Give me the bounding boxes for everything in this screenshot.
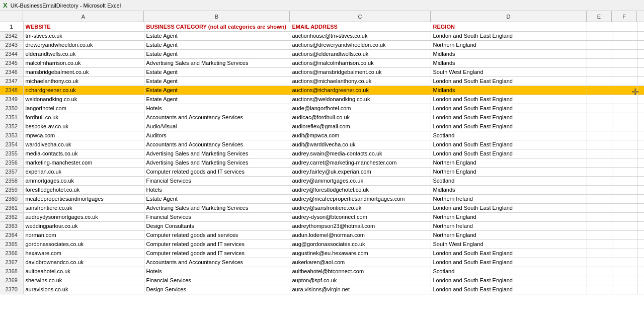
- cell-region[interactable]: London and South East England: [431, 285, 587, 294]
- cell-region[interactable]: London and South East England: [431, 122, 587, 131]
- cell-region[interactable]: Midlands: [431, 185, 587, 194]
- col-header-e[interactable]: E: [587, 11, 612, 22]
- cell-email[interactable]: aude@langorfhotel.com: [290, 104, 431, 113]
- table-row[interactable]: 2361sansfrontiere.co.ukAdvertising Sales…: [0, 203, 644, 212]
- cell-email[interactable]: audrey@ammortgages.co.uk: [290, 176, 431, 185]
- cell-email[interactable]: auctions@richardgreener.co.uk: [290, 86, 431, 95]
- table-row[interactable]: 2354warddivecha.co.ukAccountants and Acc…: [0, 140, 644, 149]
- cell-email[interactable]: audrey.fairley@uk.experian.com: [290, 167, 431, 176]
- cell-website[interactable]: auravisions.co.uk: [23, 285, 144, 294]
- cell-region[interactable]: London and South East England: [431, 113, 587, 122]
- cell-email[interactable]: auctions@mansbridgebalment.co.uk: [290, 67, 431, 76]
- cell-email[interactable]: audrey@forestlodgehotel.co.uk: [290, 185, 431, 194]
- cell-email[interactable]: augustinek@eu.hexaware.com: [290, 249, 431, 258]
- cell-category[interactable]: Design Services: [144, 285, 290, 294]
- cell-website[interactable]: warddivecha.co.uk: [23, 140, 144, 149]
- cell-category[interactable]: Hotels: [144, 267, 290, 276]
- table-row[interactable]: 2351fordbull.co.ukAccountants and Accoun…: [0, 113, 644, 122]
- table-row[interactable]: 2360mcafeepropertiesandmortgagesEstate A…: [0, 194, 644, 203]
- cell-category[interactable]: Estate Agent: [144, 40, 290, 49]
- cell-category[interactable]: Estate Agent: [144, 95, 290, 104]
- cell-website[interactable]: dreweryandwheeldon.co.uk: [23, 40, 144, 49]
- cell-category[interactable]: Advertising Sales and Marketing Services: [144, 203, 290, 212]
- cell-website[interactable]: fordbull.co.uk: [23, 113, 144, 122]
- cell-website[interactable]: mpwca.com: [23, 131, 144, 140]
- col-header-g[interactable]: G: [637, 11, 644, 22]
- cell-region[interactable]: Northern England: [431, 40, 587, 49]
- cell-email[interactable]: audrey.swain@media-contacts.co.uk: [290, 149, 431, 158]
- table-row[interactable]: 2362audreydysonmortgages.co.ukFinancial …: [0, 212, 644, 221]
- cell-website[interactable]: elderandtwells.co.uk: [23, 49, 144, 58]
- cell-email[interactable]: audicac@fordbull.co.uk: [290, 113, 431, 122]
- table-row[interactable]: 2355media-contacts.co.ukAdvertising Sale…: [0, 149, 644, 158]
- cell-email[interactable]: audit@warddivecha.co.uk: [290, 140, 431, 149]
- cell-category[interactable]: Estate Agent: [144, 86, 290, 95]
- cell-region[interactable]: London and South East England: [431, 149, 587, 158]
- cell-category[interactable]: Advertising Sales and Marketing Services: [144, 58, 290, 67]
- cell-email[interactable]: audrey@sansfrontiere.co.uk: [290, 203, 431, 212]
- cell-category[interactable]: Computer related goods and services: [144, 230, 290, 239]
- cell-region[interactable]: London and South East England: [431, 76, 587, 86]
- cell-website[interactable]: weldonandking.co.uk: [23, 95, 144, 104]
- cell-email[interactable]: auctions@elderandtwells.co.uk: [290, 49, 431, 58]
- cell-category[interactable]: Financial Services: [144, 176, 290, 185]
- col-header-a[interactable]: A: [23, 11, 144, 22]
- cell-category[interactable]: Estate Agent: [144, 76, 290, 86]
- cell-email[interactable]: audit@mpwca.com: [290, 131, 431, 140]
- cell-website[interactable]: michaelanthony.co.uk: [23, 76, 144, 86]
- cell-website[interactable]: mcafeepropertiesandmortgages: [23, 194, 144, 203]
- cell-website[interactable]: hexaware.com: [23, 249, 144, 258]
- cell-website[interactable]: aultbeahotel.co.uk: [23, 267, 144, 276]
- table-row[interactable]: 2366hexaware.comComputer related goods a…: [0, 249, 644, 258]
- table-row[interactable]: 2364norman.comComputer related goods and…: [0, 230, 644, 239]
- cell-category[interactable]: Auditors: [144, 131, 290, 140]
- cell-email[interactable]: audreythompson23@hotmail.com: [290, 221, 431, 230]
- table-row[interactable]: 2353mpwca.comAuditorsaudit@mpwca.comScot…: [0, 131, 644, 140]
- cell-category[interactable]: Estate Agent: [144, 194, 290, 203]
- cell-category[interactable]: Financial Services: [144, 212, 290, 221]
- cell-email[interactable]: audioreflex@gmail.com: [290, 122, 431, 131]
- cell-category[interactable]: Advertising Sales and Marketing Services: [144, 149, 290, 158]
- cell-category[interactable]: Estate Agent: [144, 49, 290, 58]
- table-row[interactable]: 2369sherwins.co.ukFinancial Servicesaupt…: [0, 276, 644, 285]
- cell-region[interactable]: London and South East England: [431, 203, 587, 212]
- table-row[interactable]: 2359forestlodgehotel.co.ukHotelsaudrey@f…: [0, 185, 644, 194]
- cell-region[interactable]: Scotland: [431, 176, 587, 185]
- col-header-b[interactable]: B: [144, 11, 290, 22]
- cell-category[interactable]: Advertising Sales and Marketing Services: [144, 158, 290, 167]
- cell-website[interactable]: audreydysonmortgages.co.uk: [23, 212, 144, 221]
- cell-category[interactable]: Design Consultants: [144, 221, 290, 230]
- cell-region[interactable]: Northern England: [431, 167, 587, 176]
- cell-website[interactable]: marketing-manchester.com: [23, 158, 144, 167]
- table-row[interactable]: 2342tm-stives.co.ukEstate Agentauctionho…: [0, 31, 644, 40]
- cell-website[interactable]: langorfhotel.com: [23, 104, 144, 113]
- table-row[interactable]: 2363weddingparlour.co.ukDesign Consultan…: [0, 221, 644, 230]
- cell-email[interactable]: aultbeahotel@btconnect.com: [290, 267, 431, 276]
- cell-website[interactable]: sherwins.co.uk: [23, 276, 144, 285]
- cell-website[interactable]: experian.co.uk: [23, 167, 144, 176]
- cell-category[interactable]: Computer related goods and IT services: [144, 167, 290, 176]
- cell-region[interactable]: Northern Ireland: [431, 221, 587, 230]
- cell-website[interactable]: ammortgages.co.uk: [23, 176, 144, 185]
- cell-website[interactable]: weddingparlour.co.uk: [23, 221, 144, 230]
- cell-category[interactable]: Computer related goods and IT services: [144, 249, 290, 258]
- table-row[interactable]: 2347michaelanthony.co.ukEstate Agentauct…: [0, 76, 644, 86]
- cell-email[interactable]: audrey-dyson@btconnect.com: [290, 212, 431, 221]
- cell-website[interactable]: media-contacts.co.uk: [23, 149, 144, 158]
- cell-email[interactable]: aura.visions@virgin.net: [290, 285, 431, 294]
- cell-region[interactable]: Midlands: [431, 58, 587, 67]
- cell-website[interactable]: davidbrownandco.co.uk: [23, 258, 144, 267]
- cell-category[interactable]: Accountants and Accountancy Services: [144, 258, 290, 267]
- cell-category[interactable]: Hotels: [144, 185, 290, 194]
- table-row[interactable]: 2357experian.co.ukComputer related goods…: [0, 167, 644, 176]
- cell-region[interactable]: Northern England: [431, 212, 587, 221]
- cell-category[interactable]: Accountants and Accountancy Services: [144, 140, 290, 149]
- cell-email[interactable]: aukerkaren@aol.com: [290, 258, 431, 267]
- cell-region[interactable]: Northern Ireland: [431, 194, 587, 203]
- cell-email[interactable]: auctionhouse@tm-stives.co.uk: [290, 31, 431, 40]
- table-row[interactable]: 2368aultbeahotel.co.ukHotelsaultbeahotel…: [0, 267, 644, 276]
- cell-region[interactable]: London and South East England: [431, 140, 587, 149]
- cell-email[interactable]: auctions@dreweryandwheeldon.co.uk: [290, 40, 431, 49]
- cell-region[interactable]: Midlands: [431, 49, 587, 58]
- cell-region[interactable]: Northern England: [431, 230, 587, 239]
